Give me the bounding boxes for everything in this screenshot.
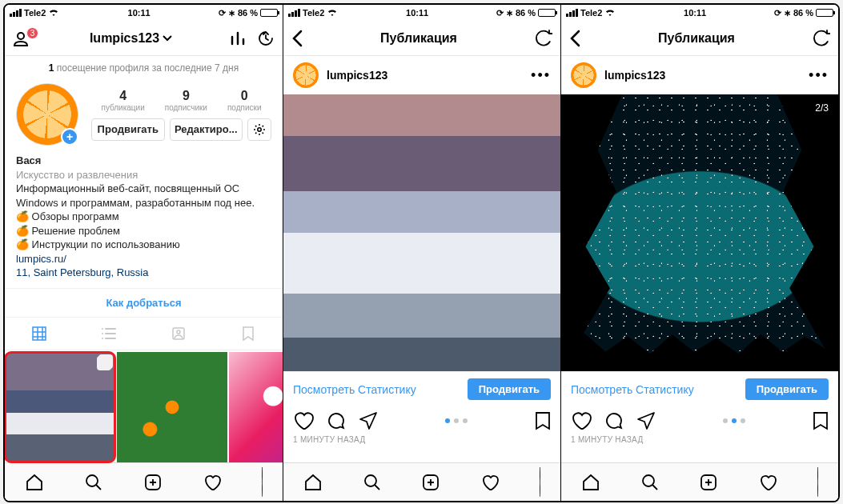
bio-url[interactable]: lumpics.ru/	[16, 252, 271, 266]
screen-post-2: Tele2 10:11 ⟳ ∗ 86 % Публикация lumpics1…	[560, 5, 838, 501]
discover-people-button[interactable]: 3	[13, 30, 32, 46]
tab-search[interactable]	[363, 473, 382, 492]
profile-visits[interactable]: 1 посещение профиля за последние 7 дня	[5, 56, 283, 80]
status-bar: Tele2 10:11 ⟳ ∗ 86 %	[5, 5, 283, 21]
post-timestamp: 1 МИНУТУ НАЗАД	[283, 432, 560, 450]
battery-icon	[538, 9, 556, 17]
carousel-dots	[723, 418, 745, 423]
tab-activity[interactable]	[203, 473, 222, 492]
post-username: lumpics123	[604, 69, 665, 82]
post-image[interactable]	[283, 94, 560, 371]
rotation-lock-icon: ⟳	[219, 8, 226, 18]
bio-location[interactable]: 11, Saint Petersburg, Russia	[16, 266, 271, 280]
tab-home[interactable]	[581, 473, 600, 492]
settings-button[interactable]	[247, 118, 271, 141]
tab-saved[interactable]	[213, 318, 283, 350]
tab-activity[interactable]	[758, 473, 777, 492]
tab-grid[interactable]	[5, 318, 74, 350]
screen-profile: Tele2 10:11 ⟳ ∗ 86 % 3 lumpics123	[5, 5, 283, 501]
view-insights-link[interactable]: Посмотреть Статистику	[293, 383, 416, 396]
post-more-button[interactable]: •••	[531, 67, 551, 84]
chevron-left-icon	[291, 30, 303, 47]
tab-tagged[interactable]	[144, 318, 214, 350]
edit-profile-button[interactable]: Редактиро...	[170, 118, 243, 141]
bluetooth-icon: ∗	[228, 8, 235, 18]
tab-search[interactable]	[84, 473, 103, 492]
share-button[interactable]	[359, 411, 378, 430]
rotation-lock-icon: ⟳	[774, 8, 781, 18]
promote-post-button[interactable]: Продвигать	[745, 378, 829, 400]
post-author[interactable]: lumpics123	[293, 62, 387, 88]
post-thumb-2[interactable]	[117, 352, 227, 462]
chevron-left-icon	[569, 30, 580, 47]
signal-icon	[288, 9, 300, 17]
archive-button[interactable]	[257, 30, 275, 47]
post-thumb-1[interactable]	[5, 352, 115, 462]
save-button[interactable]	[813, 411, 829, 430]
promote-profile-button[interactable]: Продвигать	[91, 118, 165, 141]
tab-new-post[interactable]	[699, 473, 718, 492]
bio-category: Искусство и развлечения	[16, 168, 271, 182]
bio-line3: 🍊 Инструкции по использованию	[16, 238, 271, 252]
svg-point-0	[258, 127, 261, 130]
tab-profile[interactable]	[817, 468, 818, 497]
stat-following[interactable]: 0 подписки	[227, 89, 262, 112]
tab-list[interactable]	[74, 318, 144, 350]
wifi-icon	[327, 9, 338, 17]
tab-new-post[interactable]	[421, 473, 440, 492]
wifi-icon	[604, 9, 616, 17]
promote-post-button[interactable]: Продвигать	[468, 378, 551, 400]
comment-button[interactable]	[327, 411, 346, 430]
tab-home[interactable]	[25, 473, 44, 492]
share-button[interactable]	[636, 411, 656, 430]
chevron-down-icon	[163, 35, 172, 42]
back-button[interactable]	[569, 30, 580, 47]
post-author[interactable]: lumpics123	[571, 62, 665, 88]
tab-home[interactable]	[303, 473, 323, 492]
save-button[interactable]	[535, 411, 551, 430]
post-username: lumpics123	[327, 69, 387, 82]
svg-point-2	[177, 330, 180, 334]
post-header: lumpics123 •••	[283, 56, 560, 94]
add-story-badge[interactable]: +	[61, 128, 78, 146]
post-grid	[5, 350, 283, 462]
carousel-counter: 2/3	[815, 102, 829, 114]
profile-bio: Вася Искусство и развлечения Информацион…	[5, 152, 283, 285]
tab-profile[interactable]	[262, 468, 263, 497]
grid-icon	[31, 326, 47, 342]
battery-icon	[816, 9, 833, 17]
like-button[interactable]	[293, 411, 314, 430]
view-insights-link[interactable]: Посмотреть Статистику	[571, 383, 694, 396]
svg-point-7	[643, 475, 654, 486]
post-actions	[283, 406, 560, 432]
bio-line1: 🍊 Обзоры программ	[16, 210, 271, 224]
insights-button[interactable]	[230, 30, 246, 46]
refresh-button[interactable]	[813, 30, 830, 47]
post-more-button[interactable]: •••	[809, 67, 829, 84]
refresh-icon	[813, 30, 830, 47]
directions-button[interactable]: Как добраться	[5, 288, 283, 317]
like-button[interactable]	[571, 411, 592, 430]
profile-avatar[interactable]: +	[16, 83, 78, 146]
stat-followers[interactable]: 9 подписчики	[165, 89, 207, 112]
profile-view-tabs	[5, 317, 283, 350]
tab-new-post[interactable]	[143, 473, 163, 492]
back-button[interactable]	[291, 30, 303, 47]
gear-icon	[253, 123, 266, 136]
list-icon	[101, 326, 117, 342]
profile-username-dropdown[interactable]: lumpics123	[90, 31, 172, 46]
clock-label: 10:11	[128, 8, 151, 18]
refresh-button[interactable]	[535, 30, 552, 47]
tab-search[interactable]	[640, 473, 660, 492]
comment-button[interactable]	[604, 411, 624, 430]
tagged-icon	[171, 326, 187, 342]
tab-profile[interactable]	[540, 468, 540, 497]
stat-posts[interactable]: 4 публикации	[101, 89, 144, 112]
carrier-label: Tele2	[580, 8, 602, 18]
battery-pct: 86 %	[793, 8, 813, 18]
tab-activity[interactable]	[480, 473, 500, 492]
bluetooth-icon: ∗	[784, 8, 791, 18]
post-image[interactable]: 2/3	[561, 94, 838, 371]
bio-line2: 🍊 Решение проблем	[16, 224, 271, 238]
bio-desc: Информационный веб-сайт, посвященный ОС …	[16, 182, 271, 210]
